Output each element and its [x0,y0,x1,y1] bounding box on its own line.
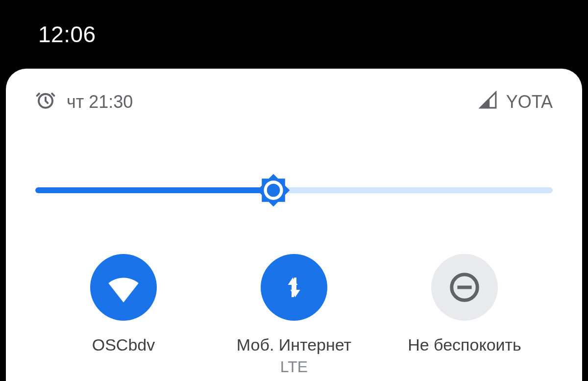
svg-point-3 [267,184,280,197]
mobile-data-sublabel: LTE [280,358,308,376]
dnd-tile[interactable]: Не беспокоить [391,254,538,376]
mobile-data-icon [261,254,327,321]
quick-settings-panel: чт 21:30 YOTA [6,69,582,381]
status-bar: 12:06 [0,0,588,69]
dnd-icon [431,254,498,321]
clock-time: 12:06 [38,21,96,48]
qs-header-right[interactable]: YOTA [479,91,553,114]
wifi-icon [90,254,157,321]
qs-header: чт 21:30 YOTA [35,69,553,131]
brightness-track [35,187,553,193]
quick-tiles-row: OSCbdv Моб. Интернет LTE Не беспокоить [35,254,553,376]
wifi-label: OSCbdv [92,336,155,353]
alarm-icon [35,90,56,115]
brightness-fill [35,187,273,193]
brightness-slider[interactable] [35,161,553,220]
wifi-tile[interactable]: OSCbdv [50,254,197,376]
brightness-icon [255,202,292,210]
alarm-time-label: чт 21:30 [67,92,133,112]
mobile-data-tile[interactable]: Моб. Интернет LTE [220,254,368,376]
brightness-thumb[interactable] [255,172,292,209]
dnd-label: Не беспокоить [408,336,521,353]
mobile-data-label: Моб. Интернет [237,336,351,353]
carrier-label: YOTA [506,92,553,112]
qs-header-left[interactable]: чт 21:30 [35,90,133,115]
signal-icon [479,91,497,114]
